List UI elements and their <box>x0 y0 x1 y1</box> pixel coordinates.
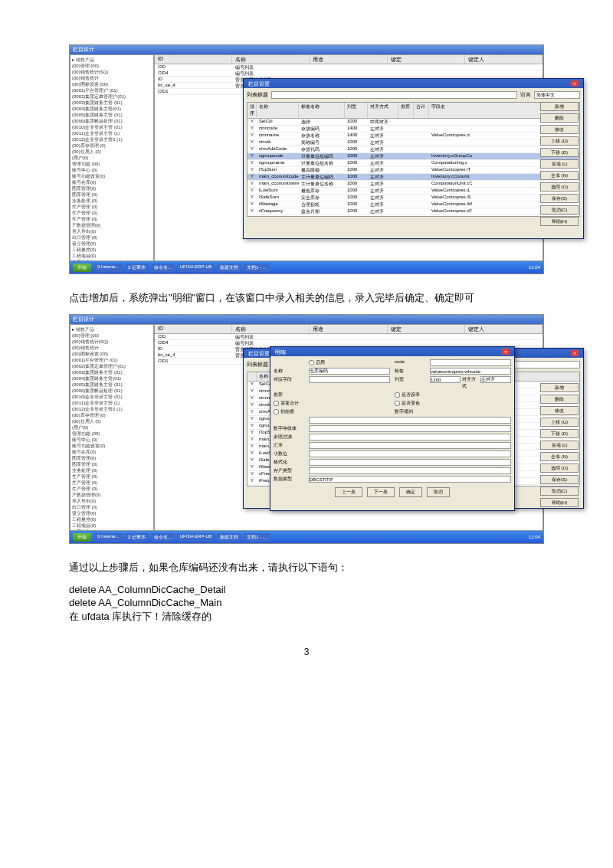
list-title-input[interactable] <box>271 91 517 99</box>
grid-row[interactable]: Ycgroupcode计量单位组编码1000左对齐Inventory.cGrou… <box>247 153 579 160</box>
tree-item[interactable]: 管理功能 (00) <box>72 161 152 167</box>
tree-item[interactable]: (0004)集团财务主管(01) <box>72 375 152 382</box>
tree-item[interactable]: 生产管理 (0) <box>72 480 152 486</box>
tree-item[interactable]: (用户)0) <box>72 155 152 161</box>
tree-item[interactable]: 账号中心 (0) <box>72 167 152 173</box>
tree-item[interactable]: (00)库存管理 (0) <box>72 142 152 149</box>
grid-row[interactable]: YiFrequency盘点周期单位1000左对齐ValueContropres.… <box>247 215 579 217</box>
taskbar-item[interactable]: 新建文档 <box>217 264 241 272</box>
tree-item[interactable]: (00)图标设置 (00) <box>72 351 152 357</box>
tree-item[interactable]: (0003)集团财务主管 (01) <box>72 369 152 375</box>
tree-item[interactable]: (0001)平台管理户 (01) <box>72 87 152 93</box>
taskbar-item[interactable]: 命令名... <box>151 533 175 542</box>
tree-item[interactable]: 账号在库(0) <box>72 449 152 455</box>
tree-item[interactable]: 生产管理 (0) <box>72 210 152 216</box>
taskbar-item[interactable]: 文档1 - ... <box>244 533 270 542</box>
taskbar-item[interactable]: 命令名... <box>151 264 175 272</box>
tree-item[interactable]: 工程项目(0) <box>72 253 152 259</box>
init-checkbox[interactable] <box>274 409 279 414</box>
tree-item[interactable]: (0004)集团财务主管(01) <box>72 106 152 112</box>
taskbar-item[interactable]: 3 Interne... <box>94 264 123 272</box>
tree-item[interactable]: 图库管理 (0) <box>72 461 152 467</box>
range-input[interactable] <box>309 425 511 432</box>
dialog-button[interactable]: 删除 <box>540 113 579 123</box>
dialog-button[interactable]: 保存(S) <box>540 475 579 484</box>
decimal-input[interactable] <box>309 450 511 457</box>
tree-item[interactable]: 出口管理 (0) <box>72 504 152 510</box>
label-input[interactable] <box>430 368 511 375</box>
tree-item[interactable]: (00)任用人 (0) <box>72 149 152 155</box>
dialog-button[interactable]: 帮助(H) <box>540 217 579 226</box>
tree-item[interactable]: (0002)集团定单管理户(01) <box>72 93 152 100</box>
dialog-button[interactable]: 取消(C) <box>540 486 579 496</box>
dialog-button[interactable]: 全非 (N) <box>540 171 579 180</box>
close-icon[interactable]: × <box>571 80 579 87</box>
tree-item[interactable]: 业务处理 (0) <box>72 198 152 204</box>
tree-item[interactable]: (0006)集团帐目处理 (01) <box>72 388 152 394</box>
detail-button[interactable]: 确定 <box>399 487 422 497</box>
dialog-button[interactable]: 保存(S) <box>540 194 579 203</box>
tree-item[interactable]: 生产管理 (0) <box>72 486 152 492</box>
ref-input[interactable] <box>309 442 511 449</box>
tree-item[interactable]: 账号中心 (0) <box>72 437 152 443</box>
type-input[interactable] <box>309 417 511 424</box>
dialog-button[interactable]: 帮助(H) <box>540 498 579 507</box>
dialog-button[interactable]: 取消(C) <box>540 205 579 215</box>
dialog-button[interactable]: 下移 (D) <box>540 429 579 438</box>
tree-item[interactable]: (00)销售统计 <box>72 345 152 351</box>
enable-checkbox[interactable] <box>309 360 314 365</box>
align-input[interactable] <box>480 376 511 383</box>
dialog-button[interactable]: 修改 <box>540 125 579 134</box>
taskbar-item[interactable]: 3 记事本 <box>125 264 149 272</box>
close-icon[interactable]: × <box>571 350 579 356</box>
grid-row[interactable]: YiSafeSum安全库存1000左对齐ValueContropres.iS <box>247 195 579 201</box>
start-button-2[interactable]: 开始 <box>73 533 91 542</box>
taskbar-item[interactable]: UFIDA ERP-U8 <box>177 533 215 542</box>
tree-item[interactable]: (0003)集团财务主管 (01) <box>72 100 152 106</box>
tree-item[interactable]: 导入导出(0) <box>72 228 152 234</box>
progtype-input[interactable] <box>309 467 511 474</box>
datatype-input[interactable] <box>309 476 511 483</box>
tree-item[interactable]: (00)图标设置 (00) <box>72 81 152 87</box>
dialog-button[interactable]: 新增 <box>540 102 579 111</box>
tree-item[interactable]: 导入导出(0) <box>72 498 152 504</box>
dialog-button[interactable]: 选同 (O) <box>540 182 579 192</box>
language-input[interactable] <box>534 91 580 99</box>
taskbar-item[interactable]: 新建文档 <box>217 533 241 542</box>
tree-item[interactable]: 产数据管理(0) <box>72 492 152 498</box>
tree-item[interactable]: (0005)集团财务主管 (01) <box>72 382 152 388</box>
tree-item[interactable]: 账号功能设置(0) <box>72 173 152 179</box>
tree-item[interactable]: 图库管理(0) <box>72 455 152 461</box>
width-input[interactable] <box>430 376 461 383</box>
start-button[interactable]: 开始 <box>73 264 91 272</box>
tree-item[interactable]: 生产管理 (0) <box>72 473 152 480</box>
sum-checkbox[interactable] <box>274 401 279 406</box>
tree-item[interactable]: 管理功能 (00) <box>72 431 152 437</box>
tree-item[interactable]: 设立管理(0) <box>72 510 152 516</box>
dialog-button[interactable]: 下移 (D) <box>540 148 579 157</box>
tree-item[interactable]: 生产管理 (0) <box>72 216 152 222</box>
taskbar-item[interactable]: UFIDA ERP-U8 <box>177 264 215 272</box>
tree-item[interactable]: (00)任用人 (0) <box>72 418 152 424</box>
tree-item[interactable]: 生产管理 (0) <box>72 204 152 210</box>
fieldname-input[interactable] <box>309 376 390 383</box>
tree-item[interactable]: (0012)企业登录主管2 (1) <box>72 406 152 412</box>
taskbar-item[interactable]: 3 记事本 <box>125 533 149 542</box>
columns-grid[interactable]: 排序名称标签名称列宽对齐方式推荐合计字段名 YSelCol选择1000中间对齐Y… <box>247 102 580 217</box>
tree-item[interactable]: 产数据管理(0) <box>72 222 152 228</box>
tree-item[interactable]: (0005)集团财务主管 (01) <box>72 112 152 118</box>
tree-item[interactable]: (0011)企业登录主管 (1) <box>72 400 152 406</box>
tree-item[interactable]: (0010)企业登录主管 (01) <box>72 124 152 130</box>
grid-row[interactable]: YiWastage合理损耗1000左对齐ValueContropres.iW <box>247 201 579 208</box>
dialog-button[interactable]: 删除 <box>540 395 579 404</box>
tree-item[interactable]: (00)销售统计(SQ) <box>72 339 152 345</box>
tree-panel[interactable]: ▸ 销售产品 (00)管理 (00) (00)销售统计(SQ) (00)销售统计… <box>70 54 154 261</box>
grid-row[interactable]: Ycinvtb简称编号1000左对齐 <box>247 139 579 146</box>
tree-item[interactable]: 账号在库(0) <box>72 179 152 185</box>
grid-row[interactable]: YcInvAddCode存货代码1000左对齐 <box>247 146 579 153</box>
grid-row[interactable]: Ymain_cconunitname主计量单位名称1000左对齐Computat… <box>247 181 579 188</box>
filter-input[interactable] <box>309 434 511 441</box>
tree-item[interactable]: 图库管理 (0) <box>72 192 152 198</box>
grid-row[interactable]: YcFrequency盘点月期1000左对齐ValueContropres.cF <box>247 208 579 215</box>
show-checkbox[interactable] <box>395 401 400 406</box>
